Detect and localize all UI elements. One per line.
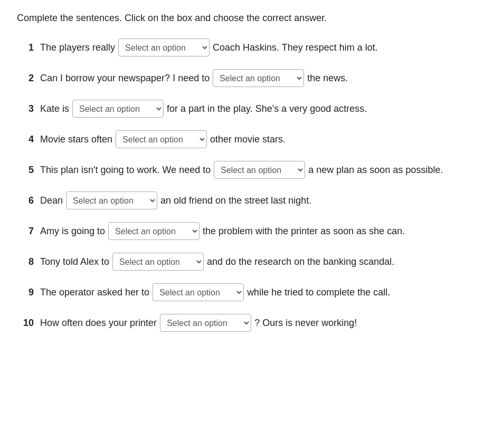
sentence-before: Dean bbox=[40, 193, 63, 208]
sentence-item: 1The players reallySelect an optionadmir… bbox=[17, 39, 487, 56]
sentence-number: 1 bbox=[17, 40, 34, 55]
sentence-number: 10 bbox=[17, 315, 34, 331]
dropdown-3[interactable]: Select an optionauditioningtryingpractis… bbox=[72, 100, 164, 118]
sentence-item: 7Amy is going toSelect an optionsort out… bbox=[17, 222, 487, 240]
dropdown-7[interactable]: Select an optionsort outfixhandledeal wi… bbox=[108, 222, 199, 240]
sentence-after: the news. bbox=[307, 71, 348, 86]
sentence-text: Amy is going toSelect an optionsort outf… bbox=[40, 222, 405, 240]
sentence-text: Movie stars oftenSelect an optionmeetadm… bbox=[40, 130, 286, 148]
sentence-item: 2Can I borrow your newspaper? I need toS… bbox=[17, 69, 487, 87]
sentence-text: This plan isn't going to work. We need t… bbox=[40, 161, 443, 179]
sentence-text: Kate isSelect an optionauditioningtrying… bbox=[40, 100, 367, 118]
sentence-number: 4 bbox=[17, 132, 34, 147]
sentence-after: and do the research on the banking scand… bbox=[207, 254, 394, 270]
sentence-after: while he tried to complete the call. bbox=[247, 285, 390, 300]
sentence-text: DeanSelect an optionran intometsawfounda… bbox=[40, 191, 311, 209]
sentence-number: 2 bbox=[17, 71, 34, 86]
instructions: Complete the sentences. Click on the box… bbox=[17, 13, 487, 24]
sentence-text: Tony told Alex toSelect an optiongo ahea… bbox=[40, 253, 394, 271]
sentence-text: How often does your printerSelect an opt… bbox=[40, 314, 357, 332]
sentence-item: 5This plan isn't going to work. We need … bbox=[17, 161, 487, 179]
dropdown-10[interactable]: Select an optionbreak downstopfailcrash bbox=[160, 314, 251, 332]
dropdown-1[interactable]: Select an optionadmirelookfindmeet bbox=[118, 39, 210, 56]
sentence-number: 3 bbox=[17, 101, 34, 117]
sentence-number: 9 bbox=[17, 285, 34, 300]
sentence-number: 8 bbox=[17, 254, 34, 270]
sentence-number: 7 bbox=[17, 224, 34, 239]
sentence-after: for a part in the play. She's a very goo… bbox=[167, 101, 367, 117]
sentence-before: Amy is going to bbox=[40, 224, 105, 239]
dropdown-5[interactable]: Select an optioncome up withthink ofmake… bbox=[214, 161, 305, 179]
sentence-text: Can I borrow your newspaper? I need toSe… bbox=[40, 69, 348, 87]
sentence-before: Can I borrow your newspaper? I need to bbox=[40, 71, 210, 86]
sentence-after: Coach Haskins. They respect him a lot. bbox=[213, 40, 378, 55]
sentence-item: 10How often does your printerSelect an o… bbox=[17, 314, 487, 332]
sentence-after: the problem with the printer as soon as … bbox=[203, 224, 405, 239]
dropdown-6[interactable]: Select an optionran intometsawfound bbox=[66, 191, 157, 209]
sentence-before: Tony told Alex to bbox=[40, 254, 109, 270]
dropdown-8[interactable]: Select an optiongo aheadcontinuemove onc… bbox=[112, 253, 204, 271]
sentence-text: The operator asked her toSelect an optio… bbox=[40, 283, 390, 301]
sentence-item: 3Kate isSelect an optionauditioningtryin… bbox=[17, 100, 487, 118]
sentence-item: 8Tony told Alex toSelect an optiongo ahe… bbox=[17, 253, 487, 271]
sentence-after: an old friend on the street last night. bbox=[160, 193, 311, 208]
sentence-after: ? Ours is never working! bbox=[254, 315, 357, 331]
dropdown-2[interactable]: Select an optioncatch up onlook atread t… bbox=[213, 69, 304, 87]
sentence-after: a new plan as soon as possible. bbox=[308, 162, 443, 178]
sentence-item: 4Movie stars oftenSelect an optionmeetad… bbox=[17, 130, 487, 148]
sentence-before: Kate is bbox=[40, 101, 69, 117]
sentence-number: 5 bbox=[17, 162, 34, 178]
sentence-item: 9The operator asked her toSelect an opti… bbox=[17, 283, 487, 301]
dropdown-9[interactable]: Select an optionhold onwaitstaykeep goin… bbox=[153, 283, 244, 301]
sentence-text: The players reallySelect an optionadmire… bbox=[40, 39, 378, 56]
sentence-number: 6 bbox=[17, 193, 34, 208]
sentence-before: The operator asked her to bbox=[40, 285, 149, 300]
sentence-before: Movie stars often bbox=[40, 132, 112, 147]
sentence-item: 6DeanSelect an optionran intometsawfound… bbox=[17, 191, 487, 209]
sentence-list: 1The players reallySelect an optionadmir… bbox=[17, 39, 487, 332]
sentence-before: The players really bbox=[40, 40, 115, 55]
dropdown-4[interactable]: Select an optionmeetadmirelook up tofoll… bbox=[116, 130, 207, 148]
sentence-after: other movie stars. bbox=[210, 132, 286, 147]
sentence-before: This plan isn't going to work. We need t… bbox=[40, 162, 211, 178]
sentence-before: How often does your printer bbox=[40, 315, 157, 331]
